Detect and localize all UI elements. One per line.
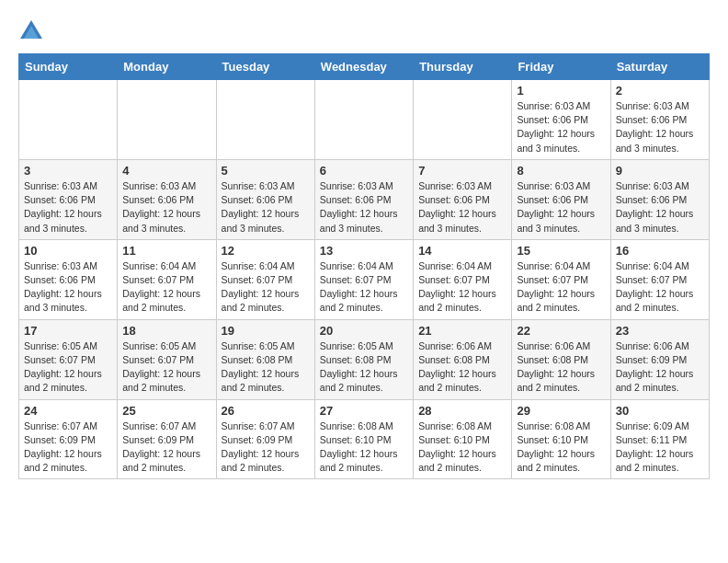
day-cell-2: 2Sunrise: 6:03 AM Sunset: 6:06 PM Daylig… xyxy=(610,80,709,160)
week-row-4: 17Sunrise: 6:05 AM Sunset: 6:07 PM Dayli… xyxy=(19,319,710,399)
day-cell-6: 6Sunrise: 6:03 AM Sunset: 6:06 PM Daylig… xyxy=(314,159,413,239)
day-number-26: 26 xyxy=(222,404,310,418)
weekday-header-thursday: Thursday xyxy=(414,54,512,80)
day-info-3: Sunrise: 6:03 AM Sunset: 6:06 PM Dayligh… xyxy=(24,179,112,236)
empty-cell xyxy=(414,80,512,160)
page-header xyxy=(18,18,710,44)
day-cell-30: 30Sunrise: 6:09 AM Sunset: 6:11 PM Dayli… xyxy=(610,399,709,479)
day-cell-9: 9Sunrise: 6:03 AM Sunset: 6:06 PM Daylig… xyxy=(610,159,709,239)
day-number-12: 12 xyxy=(222,244,310,258)
day-cell-23: 23Sunrise: 6:06 AM Sunset: 6:09 PM Dayli… xyxy=(610,319,709,399)
week-row-2: 3Sunrise: 6:03 AM Sunset: 6:06 PM Daylig… xyxy=(19,159,710,239)
day-cell-17: 17Sunrise: 6:05 AM Sunset: 6:07 PM Dayli… xyxy=(19,319,118,399)
day-info-13: Sunrise: 6:04 AM Sunset: 6:07 PM Dayligh… xyxy=(320,259,408,316)
day-info-14: Sunrise: 6:04 AM Sunset: 6:07 PM Dayligh… xyxy=(418,259,506,316)
day-info-28: Sunrise: 6:08 AM Sunset: 6:10 PM Dayligh… xyxy=(418,419,506,476)
day-info-18: Sunrise: 6:05 AM Sunset: 6:07 PM Dayligh… xyxy=(122,339,210,396)
day-info-6: Sunrise: 6:03 AM Sunset: 6:06 PM Dayligh… xyxy=(320,179,408,236)
day-info-26: Sunrise: 6:07 AM Sunset: 6:09 PM Dayligh… xyxy=(222,419,310,476)
day-number-9: 9 xyxy=(616,164,704,178)
day-info-29: Sunrise: 6:08 AM Sunset: 6:10 PM Dayligh… xyxy=(517,419,605,476)
day-number-13: 13 xyxy=(320,244,408,258)
day-number-22: 22 xyxy=(517,324,605,338)
day-number-3: 3 xyxy=(24,164,112,178)
week-row-3: 10Sunrise: 6:03 AM Sunset: 6:06 PM Dayli… xyxy=(19,239,710,319)
day-info-20: Sunrise: 6:05 AM Sunset: 6:08 PM Dayligh… xyxy=(320,339,408,396)
day-cell-25: 25Sunrise: 6:07 AM Sunset: 6:09 PM Dayli… xyxy=(118,399,216,479)
day-cell-3: 3Sunrise: 6:03 AM Sunset: 6:06 PM Daylig… xyxy=(19,159,118,239)
empty-cell xyxy=(216,80,314,160)
weekday-header-monday: Monday xyxy=(118,54,216,80)
day-info-24: Sunrise: 6:07 AM Sunset: 6:09 PM Dayligh… xyxy=(24,419,112,476)
day-number-17: 17 xyxy=(24,324,112,338)
day-info-17: Sunrise: 6:05 AM Sunset: 6:07 PM Dayligh… xyxy=(24,339,112,396)
day-info-30: Sunrise: 6:09 AM Sunset: 6:11 PM Dayligh… xyxy=(616,419,704,476)
day-cell-28: 28Sunrise: 6:08 AM Sunset: 6:10 PM Dayli… xyxy=(414,399,512,479)
day-cell-11: 11Sunrise: 6:04 AM Sunset: 6:07 PM Dayli… xyxy=(118,239,216,319)
day-number-10: 10 xyxy=(24,244,112,258)
day-number-19: 19 xyxy=(222,324,310,338)
day-number-7: 7 xyxy=(418,164,506,178)
calendar-table: SundayMondayTuesdayWednesdayThursdayFrid… xyxy=(18,53,710,479)
weekday-header-saturday: Saturday xyxy=(610,54,709,80)
weekday-header-wednesday: Wednesday xyxy=(314,54,413,80)
day-cell-10: 10Sunrise: 6:03 AM Sunset: 6:06 PM Dayli… xyxy=(19,239,118,319)
day-number-1: 1 xyxy=(517,84,605,98)
weekday-header-sunday: Sunday xyxy=(19,54,118,80)
day-cell-27: 27Sunrise: 6:08 AM Sunset: 6:10 PM Dayli… xyxy=(314,399,413,479)
day-info-22: Sunrise: 6:06 AM Sunset: 6:08 PM Dayligh… xyxy=(517,339,605,396)
day-number-23: 23 xyxy=(616,324,704,338)
day-number-27: 27 xyxy=(320,404,408,418)
empty-cell xyxy=(118,80,216,160)
day-cell-29: 29Sunrise: 6:08 AM Sunset: 6:10 PM Dayli… xyxy=(512,399,610,479)
day-info-10: Sunrise: 6:03 AM Sunset: 6:06 PM Dayligh… xyxy=(24,259,112,316)
week-row-5: 24Sunrise: 6:07 AM Sunset: 6:09 PM Dayli… xyxy=(19,399,710,479)
day-info-7: Sunrise: 6:03 AM Sunset: 6:06 PM Dayligh… xyxy=(418,179,506,236)
day-cell-21: 21Sunrise: 6:06 AM Sunset: 6:08 PM Dayli… xyxy=(414,319,512,399)
day-info-2: Sunrise: 6:03 AM Sunset: 6:06 PM Dayligh… xyxy=(616,99,704,155)
day-cell-19: 19Sunrise: 6:05 AM Sunset: 6:08 PM Dayli… xyxy=(216,319,314,399)
day-cell-16: 16Sunrise: 6:04 AM Sunset: 6:07 PM Dayli… xyxy=(610,239,709,319)
day-number-15: 15 xyxy=(517,244,605,258)
day-info-11: Sunrise: 6:04 AM Sunset: 6:07 PM Dayligh… xyxy=(122,259,210,316)
day-number-11: 11 xyxy=(122,244,210,258)
day-info-5: Sunrise: 6:03 AM Sunset: 6:06 PM Dayligh… xyxy=(222,179,310,236)
day-cell-18: 18Sunrise: 6:05 AM Sunset: 6:07 PM Dayli… xyxy=(118,319,216,399)
day-cell-12: 12Sunrise: 6:04 AM Sunset: 6:07 PM Dayli… xyxy=(216,239,314,319)
day-info-8: Sunrise: 6:03 AM Sunset: 6:06 PM Dayligh… xyxy=(517,179,605,236)
day-number-30: 30 xyxy=(616,404,704,418)
day-number-4: 4 xyxy=(122,164,210,178)
day-cell-22: 22Sunrise: 6:06 AM Sunset: 6:08 PM Dayli… xyxy=(512,319,610,399)
day-cell-8: 8Sunrise: 6:03 AM Sunset: 6:06 PM Daylig… xyxy=(512,159,610,239)
day-info-27: Sunrise: 6:08 AM Sunset: 6:10 PM Dayligh… xyxy=(320,419,408,476)
day-number-29: 29 xyxy=(517,404,605,418)
day-info-9: Sunrise: 6:03 AM Sunset: 6:06 PM Dayligh… xyxy=(616,179,704,236)
day-cell-14: 14Sunrise: 6:04 AM Sunset: 6:07 PM Dayli… xyxy=(414,239,512,319)
day-cell-13: 13Sunrise: 6:04 AM Sunset: 6:07 PM Dayli… xyxy=(314,239,413,319)
day-number-21: 21 xyxy=(418,324,506,338)
logo xyxy=(18,18,48,44)
day-number-16: 16 xyxy=(616,244,704,258)
empty-cell xyxy=(314,80,413,160)
day-info-23: Sunrise: 6:06 AM Sunset: 6:09 PM Dayligh… xyxy=(616,339,704,396)
day-info-4: Sunrise: 6:03 AM Sunset: 6:06 PM Dayligh… xyxy=(122,179,210,236)
day-number-25: 25 xyxy=(122,404,210,418)
day-number-20: 20 xyxy=(320,324,408,338)
day-info-19: Sunrise: 6:05 AM Sunset: 6:08 PM Dayligh… xyxy=(222,339,310,396)
week-row-1: 1Sunrise: 6:03 AM Sunset: 6:06 PM Daylig… xyxy=(19,80,710,160)
day-number-14: 14 xyxy=(418,244,506,258)
day-number-28: 28 xyxy=(418,404,506,418)
day-info-12: Sunrise: 6:04 AM Sunset: 6:07 PM Dayligh… xyxy=(222,259,310,316)
day-number-5: 5 xyxy=(222,164,310,178)
day-cell-26: 26Sunrise: 6:07 AM Sunset: 6:09 PM Dayli… xyxy=(216,399,314,479)
day-number-2: 2 xyxy=(616,84,704,98)
day-cell-20: 20Sunrise: 6:05 AM Sunset: 6:08 PM Dayli… xyxy=(314,319,413,399)
day-number-24: 24 xyxy=(24,404,112,418)
day-info-25: Sunrise: 6:07 AM Sunset: 6:09 PM Dayligh… xyxy=(122,419,210,476)
day-info-15: Sunrise: 6:04 AM Sunset: 6:07 PM Dayligh… xyxy=(517,259,605,316)
weekday-header-friday: Friday xyxy=(512,54,610,80)
day-cell-4: 4Sunrise: 6:03 AM Sunset: 6:06 PM Daylig… xyxy=(118,159,216,239)
day-number-18: 18 xyxy=(122,324,210,338)
logo-icon xyxy=(18,18,44,44)
weekday-header-row: SundayMondayTuesdayWednesdayThursdayFrid… xyxy=(19,54,710,80)
